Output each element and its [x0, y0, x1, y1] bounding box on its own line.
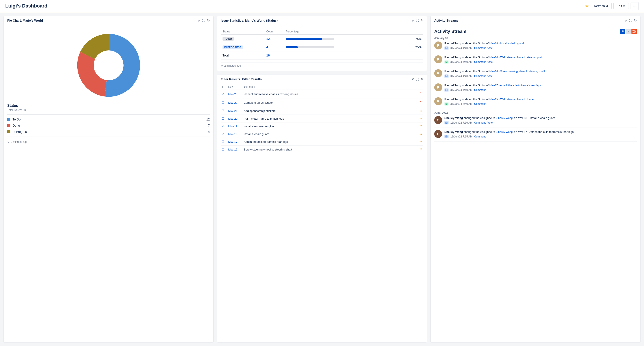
- filter-type-cell: ☑: [221, 90, 227, 98]
- filter-key-link[interactable]: MW-18: [228, 132, 238, 136]
- activity-meta: ☑ 11/Jun/22 7:15 AM Comment: [444, 135, 637, 138]
- more-button[interactable]: ···: [630, 2, 639, 10]
- task-check-icon: ☑: [222, 101, 224, 104]
- activity-item-content: Rachel Tang updated the Sprint of MW-17 …: [444, 83, 637, 92]
- activity-action-link[interactable]: Comment: [474, 135, 486, 138]
- refresh-icon-activity[interactable]: ↻: [634, 19, 637, 22]
- activity-meta: ▣ 31/Jan/24 4:40 AM Comment Vote: [444, 60, 637, 64]
- expand-icon[interactable]: ⛶: [202, 19, 205, 22]
- activity-action-link[interactable]: Comment: [474, 88, 486, 92]
- refresh-icon[interactable]: ↻: [207, 19, 210, 22]
- activity-content: January 30 R Rachel Tang updated the Spr…: [434, 37, 637, 142]
- refresh-icon-stats[interactable]: ↻: [420, 19, 423, 22]
- filter-key-link[interactable]: MW-19: [228, 125, 238, 128]
- activity-issue-link[interactable]: MW-15 - Weld steering block to frame: [489, 98, 534, 101]
- activity-action-link[interactable]: Comment: [474, 75, 486, 78]
- count-total[interactable]: 16: [266, 54, 270, 57]
- filter-key-cell: MW-20: [227, 115, 243, 122]
- filter-key-link[interactable]: MW-16: [228, 148, 238, 151]
- header-actions: ★ Refresh ↺ Edit ✏ ···: [585, 2, 639, 10]
- pie-chart-body: Status Total Issues: 23 To Do 12: [4, 25, 213, 342]
- legend-count-todo: 12: [206, 118, 210, 121]
- expand-icon-activity[interactable]: ⛶: [629, 19, 632, 22]
- activity-person: Rachel Tang: [444, 70, 461, 73]
- refresh-icon-stats-footer: ↻: [221, 64, 223, 67]
- activity-meta: ☑ 31/Jan/24 4:40 AM Comment Vote: [444, 74, 637, 78]
- activity-person: Rachel Tang: [444, 98, 461, 101]
- middle-column: Issue Statistics: Mario's World (Status)…: [217, 16, 427, 342]
- activity-action-link[interactable]: Comment: [474, 121, 486, 124]
- collapse-icon-activity[interactable]: ⤢: [625, 19, 628, 22]
- status-total: Total Issues: 23: [7, 109, 210, 112]
- filter-key-link[interactable]: MW-22: [228, 101, 238, 104]
- activity-item-content: Rachel Tang updated the Sprint of MW-15 …: [444, 97, 637, 106]
- view-list-icon[interactable]: ≡: [626, 29, 631, 34]
- expand-icon-stats[interactable]: ⛶: [416, 19, 419, 22]
- legend-item-inprogress: In Progress 4: [7, 129, 210, 135]
- refresh-icon-filter[interactable]: ↻: [420, 77, 423, 81]
- filter-type-cell: ☑: [221, 122, 227, 130]
- expand-icon-filter[interactable]: ⛶: [416, 77, 419, 81]
- activity-timestamp: 31/Jan/24 4:40 AM: [450, 102, 472, 105]
- activity-text: Shelley Wang changed the Assignee to 'Sh…: [444, 130, 637, 134]
- activity-issue-link[interactable]: 'Shelley Wang': [496, 116, 513, 120]
- refresh-button[interactable]: Refresh ↺: [591, 3, 612, 9]
- story-icon: ▣: [444, 102, 448, 106]
- activity-list-item: R Rachel Tang updated the Sprint of MW-1…: [434, 42, 637, 50]
- filter-results-header: Filter Results: Filter Results ⤢ ⛶ ↻: [217, 75, 427, 84]
- activity-action-link[interactable]: Comment: [474, 102, 486, 105]
- activity-issue-link[interactable]: 'Shelley Wang': [496, 130, 513, 133]
- filter-type-cell: ☑: [221, 146, 227, 153]
- filter-table: T Key Summary P ☑ MW-25 Inspect and reso…: [221, 84, 423, 153]
- filter-key-link[interactable]: MW-17: [228, 140, 238, 143]
- col-count: Count: [264, 29, 284, 35]
- activity-text: Shelley Wang changed the Assignee to 'Sh…: [444, 116, 637, 120]
- view-rss-icon[interactable]: )))): [632, 29, 637, 34]
- edit-button[interactable]: Edit ✏: [614, 3, 629, 9]
- activity-action-link[interactable]: Comment: [474, 60, 486, 64]
- activity-action-link[interactable]: Vote: [487, 121, 493, 124]
- star-icon[interactable]: ★: [585, 3, 589, 9]
- status-legend-title: Status: [7, 104, 210, 108]
- issue-icon: ☑: [444, 88, 448, 92]
- task-check-icon: ☑: [222, 140, 224, 143]
- activity-issue-link[interactable]: MW-18 - Install a chain guard: [489, 42, 524, 45]
- activity-issue-link[interactable]: MW-14 - Weld steering block to steering …: [489, 56, 542, 59]
- view-table-icon[interactable]: ⊞: [620, 29, 625, 34]
- task-check-icon: ☑: [222, 117, 224, 120]
- filter-key-cell: MW-21: [227, 107, 243, 115]
- col-key: Key: [227, 84, 243, 90]
- activity-issue-link[interactable]: MW-16 - Screw steering wheel to steering…: [489, 70, 545, 73]
- count-todo[interactable]: 12: [266, 37, 270, 41]
- activity-issue-link[interactable]: MW-17 - Attach the axle to frame's rear …: [489, 84, 541, 87]
- collapse-icon[interactable]: ⤢: [198, 19, 200, 22]
- filter-key-link[interactable]: MW-20: [228, 117, 238, 120]
- legend-color-inprogress: [7, 130, 10, 133]
- stats-footer: ↻ 2 minutes ago: [221, 62, 423, 67]
- issue-stats-body: Status Count Percentage TO DO 12: [217, 25, 427, 71]
- activity-action-link[interactable]: Vote: [487, 60, 493, 64]
- progress-inprogress: [286, 46, 334, 48]
- collapse-icon-stats[interactable]: ⤢: [411, 19, 414, 22]
- filter-key-cell: MW-22: [227, 98, 243, 107]
- activity-person: Shelley Wang: [444, 130, 463, 133]
- issue-icon: ☑: [444, 135, 448, 138]
- filter-priority-cell: ≡: [417, 146, 423, 153]
- filter-key-link[interactable]: MW-25: [228, 92, 238, 96]
- activity-action-link[interactable]: Vote: [487, 75, 493, 78]
- activity-streams-title: Activity Streams: [434, 19, 458, 22]
- activity-action-link[interactable]: Vote: [487, 47, 493, 50]
- activity-action-link[interactable]: Comment: [474, 47, 486, 50]
- count-inprogress[interactable]: 4: [266, 46, 268, 49]
- task-check-icon: ☑: [222, 109, 224, 113]
- issue-stats-controls: ⤢ ⛶ ↻: [411, 19, 423, 22]
- pie-chart-panel: Pie Chart: Mario's World ⤢ ⛶ ↻: [4, 16, 214, 342]
- activity-separator: [434, 141, 637, 142]
- activity-streams-header: Activity Streams ⤢ ⛶ ↻: [431, 16, 640, 25]
- collapse-icon-filter[interactable]: ⤢: [411, 77, 414, 81]
- legend-color-todo: [7, 118, 10, 121]
- activity-meta: ☑ 31/Jan/24 4:40 AM Comment Vote: [444, 46, 637, 50]
- filter-key-link[interactable]: MW-21: [228, 109, 238, 113]
- activity-text: Rachel Tang updated the Sprint of MW-14 …: [444, 55, 637, 59]
- activity-timestamp: 31/Jan/24 4:40 AM: [450, 47, 472, 50]
